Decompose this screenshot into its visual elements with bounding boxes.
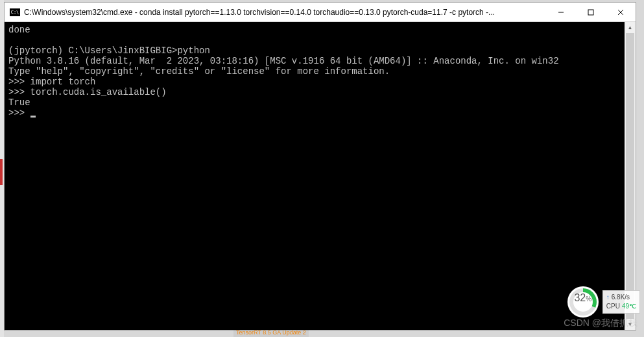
terminal-line: Type "help", "copyright", "credits" or "… [8,66,390,77]
performance-panel[interactable]: ↑ 6.8K/s CPU 49℃ [602,290,640,314]
cpu-label: CPU [606,302,620,311]
percent-value: 32 [574,292,586,304]
terminal-content[interactable]: done (jpytorch) C:\Users\JinxBIGBIG>pyth… [5,22,625,330]
svg-rect-1 [588,10,593,15]
performance-value: 32% [573,292,593,312]
cmd-icon: C:\ [10,8,20,16]
terminal-line: True [8,97,30,108]
maximize-button[interactable] [576,3,606,22]
performance-circle[interactable]: 32% [567,286,599,318]
terminal-line: Python 3.8.16 (default, Mar 2 2023, 03:1… [8,56,559,66]
scroll-up-button[interactable]: ▲ [625,22,636,33]
net-speed-row: ↑ 6.8K/s [606,293,636,302]
taskbar-fragment: TensorRT 8.5 GA Update 2 [233,328,309,337]
cpu-temp: 49℃ [622,302,636,311]
system-monitor-widget[interactable]: 32% ↑ 6.8K/s CPU 49℃ [567,286,640,318]
terminal-line: done [8,25,30,35]
cursor [30,116,36,118]
terminal-line: >>> import torch [8,77,95,87]
net-speed: 6.8K/s [612,293,630,302]
left-accent [0,159,3,185]
close-button[interactable] [606,3,636,22]
terminal-line: >>> [8,108,30,118]
cpu-row: CPU 49℃ [606,302,636,311]
titlebar[interactable]: C:\ C:\Windows\system32\cmd.exe - conda … [5,3,636,22]
window-controls [546,3,636,22]
window-title: C:\Windows\system32\cmd.exe - conda inst… [20,8,546,17]
scroll-track[interactable] [625,33,636,319]
terminal-line: (jpytorch) C:\Users\JinxBIGBIG>python [8,45,210,56]
scroll-thumb[interactable] [626,33,634,319]
upload-icon: ↑ [606,293,610,302]
terminal-body: done (jpytorch) C:\Users\JinxBIGBIG>pyth… [5,22,636,330]
cmd-window: C:\ C:\Windows\system32\cmd.exe - conda … [4,2,636,331]
percent-symbol: % [586,295,591,303]
minimize-button[interactable] [546,3,576,22]
watermark: CSDN @我借抓栈 [564,318,638,329]
terminal-line: >>> torch.cuda.is_available() [8,87,167,97]
scrollbar[interactable]: ▲ ▼ [625,22,636,330]
